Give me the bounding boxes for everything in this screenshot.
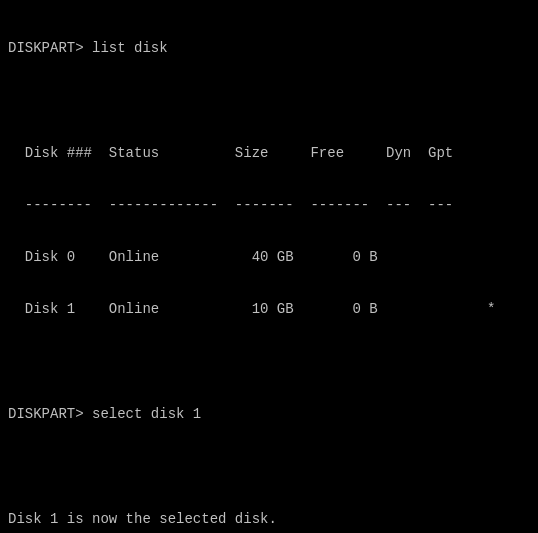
terminal-line-7 <box>8 352 530 372</box>
terminal-line-9 <box>8 456 530 476</box>
terminal-line-10: Disk 1 is now the selected disk. <box>8 509 530 529</box>
terminal-line-2 <box>8 90 530 110</box>
terminal-line-8: DISKPART> select disk 1 <box>8 404 530 424</box>
terminal-line-3: Disk ### Status Size Free Dyn Gpt <box>8 143 530 163</box>
terminal-line-5: Disk 0 Online 40 GB 0 B <box>8 247 530 267</box>
terminal-line-4: -------- ------------- ------- ------- -… <box>8 195 530 215</box>
terminal-line-1: DISKPART> list disk <box>8 38 530 58</box>
terminal-line-6: Disk 1 Online 10 GB 0 B * <box>8 299 530 319</box>
terminal-window[interactable]: DISKPART> list disk Disk ### Status Size… <box>0 0 538 533</box>
